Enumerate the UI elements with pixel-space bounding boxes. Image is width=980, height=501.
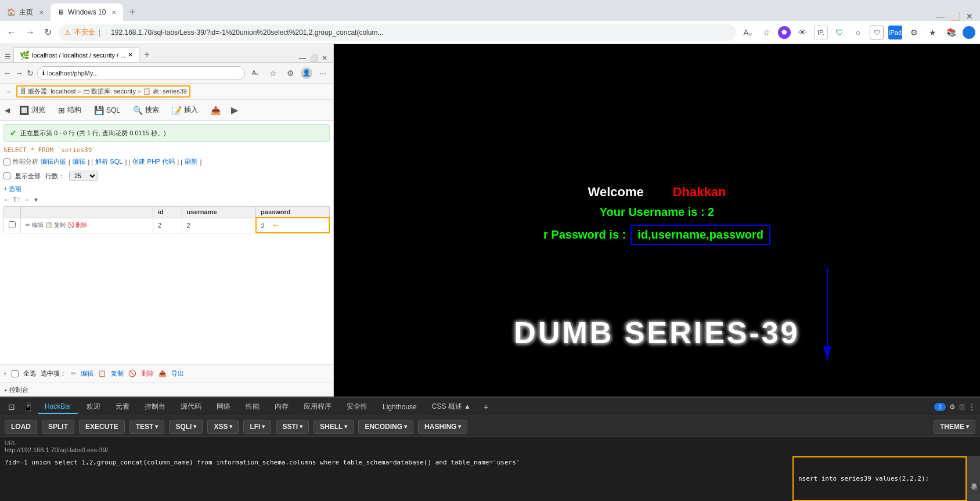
close-button[interactable]: ✕ [966,12,973,21]
pma-tab-insert[interactable]: 📝 插入 [166,103,204,117]
inner-read-icon[interactable]: Aᵥ [248,66,262,80]
devtools-tab-welcome[interactable]: 欢迎 [80,399,107,414]
assist-button[interactable]: 不选手 [967,456,980,501]
extension3-icon[interactable]: ○ [851,26,865,39]
inner-minimize[interactable]: — [299,54,306,62]
th-username[interactable]: username [182,207,256,218]
hackbar-lfi-btn[interactable]: LFI [243,420,271,434]
sort-dropdown[interactable]: ▾ [34,196,38,204]
sort-arrow-bottom-left[interactable]: ↑ [3,370,7,377]
extension2-icon[interactable]: 👁 [795,26,809,39]
th-id[interactable]: id [153,207,182,218]
extension4-icon[interactable]: 🛡 [870,26,884,39]
hackbar-load-btn[interactable]: LOAD [5,420,37,434]
restore-button[interactable]: ⬜ [950,12,960,21]
ip-icon[interactable]: IP. [814,26,828,39]
row-checkbox[interactable] [9,221,16,228]
devtools-tab-inspect[interactable]: ⊡ [5,400,19,414]
pma-tab-export[interactable]: 📤 [205,103,226,117]
inner-more-icon[interactable]: ··· [316,66,330,80]
sort-arrow-left[interactable]: ← [3,196,10,204]
inner-sidebar-toggle[interactable]: ☰ [2,52,13,62]
inner-forward[interactable]: → [15,69,23,78]
create-php-link[interactable]: 创建 PHP 代码 [132,157,175,166]
hackbar-test-btn[interactable]: TEST [129,420,165,434]
select-all-checkbox[interactable] [12,370,19,377]
rows-per-page-select[interactable]: 25 50 100 [69,171,98,181]
hackbar-sqli-btn[interactable]: SQLI [169,420,203,434]
pma-more-btn[interactable]: ▶ [228,104,242,116]
hackbar-execute-btn[interactable]: EXECUTE [79,420,125,434]
pma-tab-sql[interactable]: 💾 SQL [88,103,126,117]
copy-row-btn[interactable]: 📋 复制 [45,221,66,229]
devtools-dock-icon[interactable]: ⊡ [959,403,965,411]
edit-selected-btn[interactable]: 编辑 [81,369,93,378]
inner-settings-icon[interactable]: ⚙ [283,66,297,80]
pma-tab-search[interactable]: 🔍 搜索 [127,103,165,117]
tab-win10-close[interactable]: ✕ [111,9,116,16]
tab-win10[interactable]: 🖥 Windows 10 ✕ [51,3,123,21]
devtools-tab-lighthouse[interactable]: Lighthouse [376,401,424,413]
inner-refresh[interactable]: ↻ [27,69,34,78]
delete-row-btn[interactable]: 🚫 删除 [67,221,88,229]
inner-new-tab[interactable]: + [139,47,154,62]
devtools-tab-css[interactable]: CSS 概述 ▲ [425,399,478,414]
hackbar-hashing-btn[interactable]: HASHING [418,420,467,434]
devtools-tab-hackbar[interactable]: HackBar [38,400,78,414]
hackbar-payload-highlighted[interactable]: nsert into series39 values(2,2,2); [792,456,967,501]
devtools-settings-icon[interactable]: ⚙ [949,403,956,411]
th-password[interactable]: password [256,207,329,218]
ipad-icon[interactable]: iPad [888,26,902,39]
perf-checkbox[interactable] [3,158,10,165]
options-link[interactable]: + 选项 [3,185,330,193]
edit-link[interactable]: 编辑 [73,157,85,166]
hackbar-theme-btn[interactable]: THEME [934,420,975,434]
back-button[interactable]: ← [5,25,19,40]
profile-icon[interactable]: 👤 [963,26,975,39]
sort-t-up[interactable]: T↑ [13,196,20,204]
copy-selected-btn[interactable]: 复制 [111,369,124,378]
devtools-tab-memory[interactable]: 内存 [268,399,296,414]
inner-tab-close[interactable]: ✕ [128,51,133,59]
forward-button[interactable]: → [23,25,37,40]
inner-profile-icon[interactable]: 👤 [301,67,312,79]
inner-maximize[interactable]: ⬜ [309,54,318,62]
address-input[interactable] [104,24,730,41]
refresh-button[interactable]: ↻ [42,24,54,40]
devtools-tab-network[interactable]: 网络 [210,399,237,414]
show-all-checkbox[interactable] [3,172,10,179]
sort-arrow-right[interactable]: → [23,196,30,204]
parse-sql-link[interactable]: 解析 SQL [95,157,123,166]
edit-row-btn[interactable]: ✏ 编辑 [26,221,44,229]
edit-inline-link[interactable]: 编辑内嵌 [41,157,66,166]
hackbar-encoding-btn[interactable]: ENCODING [358,420,413,434]
tab-home[interactable]: 🏠 主页 ✕ [0,3,51,21]
devtools-tab-sources[interactable]: 源代码 [174,399,208,414]
tab-home-close[interactable]: ✕ [39,9,44,16]
export-btn[interactable]: 导出 [171,369,184,378]
pma-nav-back[interactable]: ◀ [2,105,12,116]
minimize-button[interactable]: — [936,12,945,21]
hackbar-xss-btn[interactable]: XSS [207,420,239,434]
devtools-more-icon[interactable]: ⋮ [968,403,975,411]
inner-back[interactable]: ← [3,69,12,78]
read-mode-icon[interactable]: Aᵥ [741,26,755,39]
devtools-tab-device[interactable]: 📱 [20,400,37,414]
hackbar-split-btn[interactable]: SPLIT [42,420,74,434]
devtools-tab-performance[interactable]: 性能 [239,399,266,414]
inner-tab-pma[interactable]: 🌿 localhost / localhost / security / ...… [13,47,139,62]
notification-badge[interactable]: 2 [934,403,946,411]
devtools-tab-elements[interactable]: 元素 [109,399,136,414]
pma-tab-structure[interactable]: ⊞ 结构 [52,103,87,117]
delete-selected-btn[interactable]: 删除 [141,369,154,378]
extension1-icon[interactable]: ⬟ [778,26,791,39]
bookmark-icon[interactable]: ☆ [759,26,773,39]
refresh-link[interactable]: 刷新 [185,157,197,166]
collections-icon[interactable]: 📚 [944,26,958,39]
shield-icon[interactable]: 🛡 [833,26,846,39]
favorites-icon[interactable]: ★ [925,26,939,39]
hackbar-shell-btn[interactable]: SHELL [314,420,354,434]
devtools-tab-console[interactable]: 控制台 [138,399,172,414]
devtools-tab-application[interactable]: 应用程序 [297,399,338,414]
new-tab-button[interactable]: + [123,3,141,21]
